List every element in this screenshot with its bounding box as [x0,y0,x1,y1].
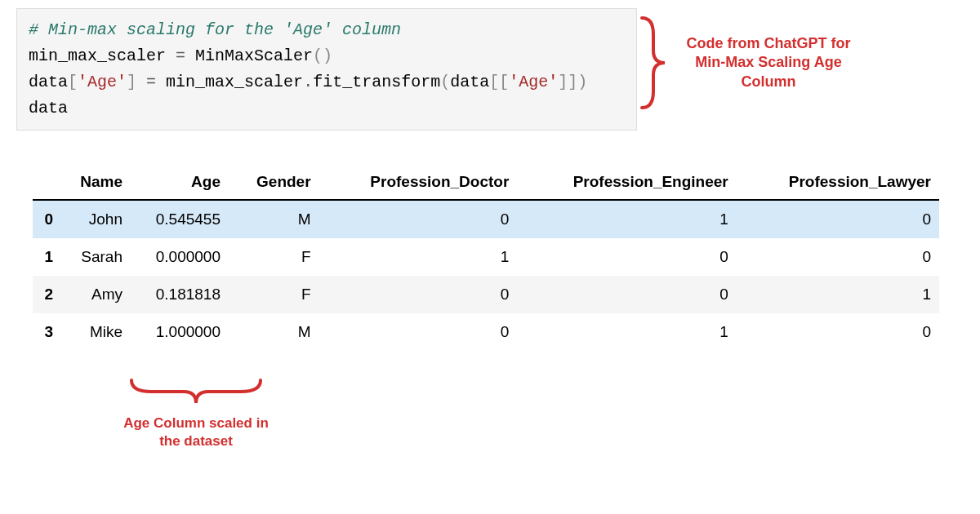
data-table: Name Age Gender Profession_Doctor Profes… [33,163,939,351]
col-age: Age [131,163,229,200]
table-header-row: Name Age Gender Profession_Doctor Profes… [33,163,939,200]
cell-lawyer: 0 [737,238,939,276]
brace-icon [127,375,265,408]
col-gender: Gender [229,163,319,200]
cell-gender: M [229,200,319,238]
col-index [33,163,61,200]
table-row: 3 Mike 1.000000 M 0 1 0 [33,313,939,351]
cell-name: Sarah [61,238,131,276]
cell-gender: F [229,238,319,276]
table-row: 2 Amy 0.181818 F 0 0 1 [33,276,939,313]
cell-doctor: 1 [319,238,518,276]
cell-lawyer: 0 [737,200,939,238]
cell-doctor: 0 [319,276,518,313]
dataframe-output: Name Age Gender Profession_Doctor Profes… [33,163,939,351]
cell-age: 0.181818 [131,276,229,313]
cell-name: Mike [61,313,131,351]
table-row: 0 John 0.545455 M 0 1 0 [33,200,939,238]
cell-lawyer: 0 [737,313,939,351]
table-row: 1 Sarah 0.000000 F 1 0 0 [33,238,939,276]
cell-engineer: 0 [517,238,736,276]
annotation-code: Code from ChatGPT for Min-Max Scaling Ag… [635,15,864,111]
annotation-age-text: Age Column scaled in the dataset [114,414,278,450]
cell-name: Amy [61,276,131,313]
code-comment: # Min-max scaling for the 'Age' column [29,17,625,43]
cell-age: 0.545455 [131,200,229,238]
cell-gender: F [229,276,319,313]
cell-idx: 2 [33,276,61,313]
annotation-code-text: Code from ChatGPT for Min-Max Scaling Ag… [673,34,864,91]
cell-idx: 1 [33,238,61,276]
cell-doctor: 0 [319,200,518,238]
cell-engineer: 1 [517,313,736,351]
code-line-4: data [29,95,625,122]
col-name: Name [61,163,131,200]
cell-engineer: 1 [517,200,736,238]
code-line-3: data['Age'] = min_max_scaler.fit_transfo… [29,69,625,95]
brace-icon [635,15,668,111]
cell-name: John [61,200,131,238]
code-line-2: min_max_scaler = MinMaxScaler() [29,43,625,69]
cell-idx: 0 [33,200,61,238]
code-block: # Min-max scaling for the 'Age' column m… [16,8,637,131]
cell-idx: 3 [33,313,61,351]
cell-engineer: 0 [517,276,736,313]
cell-doctor: 0 [319,313,518,351]
cell-age: 0.000000 [131,238,229,276]
col-engineer: Profession_Engineer [517,163,736,200]
cell-lawyer: 1 [737,276,939,313]
col-lawyer: Profession_Lawyer [737,163,939,200]
cell-gender: M [229,313,319,351]
col-doctor: Profession_Doctor [319,163,518,200]
annotation-age: Age Column scaled in the dataset [114,375,278,450]
cell-age: 1.000000 [131,313,229,351]
